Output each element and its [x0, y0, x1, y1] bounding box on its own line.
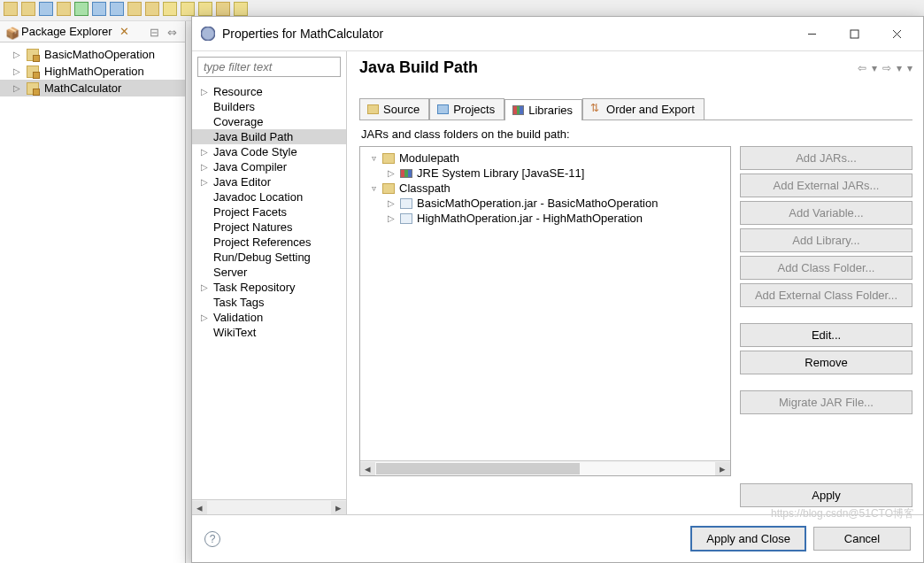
project-item-selected[interactable]: ▷ MathCalculator — [0, 80, 185, 96]
toolbar-icon[interactable] — [145, 2, 159, 16]
tree-node-modulepath[interactable]: ▿Modulepath — [360, 150, 730, 166]
scroll-right-icon[interactable]: ▸ — [715, 462, 730, 475]
scroll-right-icon[interactable]: ▸ — [331, 501, 346, 514]
nav-item-coverage[interactable]: Coverage — [192, 114, 346, 129]
forward-drop-icon[interactable]: ▾ — [897, 62, 902, 74]
package-explorer-title: Package Explorer — [21, 25, 112, 38]
nav-item-project-facets[interactable]: Project Facets — [192, 204, 346, 220]
minimize-button[interactable] — [794, 22, 829, 45]
add-external-jars-button[interactable]: Add External JARs... — [740, 174, 912, 197]
toolbar-icon[interactable] — [21, 2, 35, 16]
nav-item-project-natures[interactable]: Project Natures — [192, 220, 346, 235]
nav-item-run-debug[interactable]: Run/Debug Setting — [192, 250, 346, 265]
scroll-left-icon[interactable]: ◂ — [360, 462, 375, 475]
header-nav-icons: ⇦ ▾ ⇨ ▾ ▾ — [858, 62, 912, 74]
project-icon — [27, 66, 39, 78]
eclipse-icon — [201, 27, 215, 41]
toolbar-icon[interactable] — [163, 2, 177, 16]
edit-button[interactable]: Edit... — [740, 323, 912, 347]
library-icon — [512, 105, 524, 115]
tabstrip: Source Projects Libraries Order and Expo… — [359, 98, 912, 120]
add-variable-button[interactable]: Add Variable... — [740, 201, 912, 225]
tree-node-jre[interactable]: ▷JRE System Library [JavaSE-11] — [360, 166, 730, 181]
add-external-class-folder-button[interactable]: Add External Class Folder... — [740, 283, 912, 307]
expand-icon[interactable]: ▷ — [12, 83, 21, 93]
maximize-button[interactable] — [836, 22, 872, 45]
tab-description: JARs and class folders on the build path… — [361, 127, 912, 141]
tab-source[interactable]: Source — [359, 98, 429, 120]
tree-node-jar[interactable]: ▷HighMathOperation.jar - HighMathOperati… — [360, 211, 730, 226]
tab-projects[interactable]: Projects — [429, 98, 504, 120]
svg-rect-1 — [851, 30, 859, 38]
tree-node-jar[interactable]: ▷BasicMathOperation.jar - BasicMathoOper… — [360, 196, 730, 211]
nav-item-task-repository[interactable]: ▷Task Repository — [192, 280, 346, 295]
help-icon[interactable]: ? — [204, 531, 220, 547]
nav-item-project-references[interactable]: Project References — [192, 235, 346, 250]
tab-order-export[interactable]: Order and Export — [582, 98, 705, 120]
toolbar-icon[interactable] — [92, 2, 106, 16]
nav-item-task-tags[interactable]: Task Tags — [192, 295, 346, 310]
project-label: HighMathOperation — [44, 65, 144, 78]
collapse-icon[interactable]: ⊟ — [150, 26, 162, 38]
order-icon — [590, 104, 602, 114]
tab-libraries[interactable]: Libraries — [504, 99, 582, 120]
nav-item-server[interactable]: Server — [192, 265, 346, 280]
toolbar-icon[interactable] — [127, 2, 142, 16]
back-icon[interactable]: ⇦ — [858, 62, 866, 74]
apply-button[interactable]: Apply — [740, 483, 912, 507]
package-explorer-header: 📦 Package Explorer ✕ ⊟ ⇔ — [0, 21, 185, 42]
nav-item-builders[interactable]: Builders — [192, 99, 346, 114]
nav-item-java-code-style[interactable]: ▷Java Code Style — [192, 144, 346, 159]
remove-button[interactable]: Remove — [740, 351, 912, 374]
nav-tree: ▷Resource Builders Coverage Java Build P… — [192, 82, 346, 499]
toolbar-icon[interactable] — [181, 2, 195, 16]
close-button[interactable] — [879, 22, 914, 45]
toolbar-icon[interactable] — [57, 2, 71, 16]
libraries-tree[interactable]: ▿Modulepath ▷JRE System Library [JavaSE-… — [359, 146, 731, 476]
toolbar-icon[interactable] — [198, 2, 212, 16]
nav-item-java-build-path[interactable]: Java Build Path — [192, 129, 346, 144]
toolbar-icon[interactable] — [110, 2, 124, 16]
nav-item-wikitext[interactable]: WikiText — [192, 325, 346, 340]
package-tree: ▷ BasicMathoOperation ▷ HighMathOperatio… — [0, 42, 185, 100]
nav-item-java-editor[interactable]: ▷Java Editor — [192, 174, 346, 189]
project-item[interactable]: ▷ BasicMathoOperation — [0, 46, 185, 63]
library-icon — [400, 169, 412, 178]
menu-drop-icon[interactable]: ▾ — [907, 62, 912, 74]
migrate-jar-button[interactable]: Migrate JAR File... — [740, 390, 912, 414]
add-class-folder-button[interactable]: Add Class Folder... — [740, 256, 912, 280]
filter-input[interactable] — [197, 57, 341, 77]
scroll-left-icon[interactable]: ◂ — [192, 501, 207, 514]
project-item[interactable]: ▷ HighMathOperation — [0, 63, 185, 80]
nav-item-resource[interactable]: ▷Resource — [192, 84, 346, 99]
nav-item-java-compiler[interactable]: ▷Java Compiler — [192, 159, 346, 174]
add-library-button[interactable]: Add Library... — [740, 228, 912, 252]
nav-hscrollbar[interactable]: ◂ ▸ — [192, 499, 346, 514]
dialog-content: Java Build Path ⇦ ▾ ⇨ ▾ ▾ Source Project… — [347, 51, 923, 514]
nav-item-validation[interactable]: ▷Validation — [192, 310, 346, 325]
apply-and-close-button[interactable]: Apply and Close — [690, 526, 806, 551]
toolbar-icon[interactable] — [4, 2, 18, 16]
pin-icon[interactable]: ✕ — [119, 25, 129, 38]
link-icon[interactable]: ⇔ — [167, 26, 180, 38]
expand-icon[interactable]: ▷ — [12, 50, 21, 59]
cancel-button[interactable]: Cancel — [813, 527, 911, 551]
nav-item-javadoc-location[interactable]: Javadoc Location — [192, 189, 346, 204]
tree-hscrollbar[interactable]: ◂ ▸ — [360, 460, 730, 475]
dialog-nav-panel: ▷Resource Builders Coverage Java Build P… — [192, 51, 347, 514]
toolbar-icon[interactable] — [234, 2, 248, 16]
module-icon — [382, 153, 395, 164]
back-drop-icon[interactable]: ▾ — [872, 62, 877, 74]
forward-icon[interactable]: ⇨ — [882, 62, 891, 74]
add-jars-button[interactable]: Add JARs... — [740, 146, 912, 170]
jar-icon — [400, 198, 412, 209]
jar-icon — [400, 213, 412, 224]
tree-node-classpath[interactable]: ▿Classpath — [360, 181, 730, 196]
toolbar-icon[interactable] — [74, 2, 89, 16]
expand-icon[interactable]: ▷ — [12, 66, 21, 76]
dialog-title: Properties for MathCalculator — [222, 27, 787, 41]
toolbar-icon[interactable] — [39, 2, 53, 16]
project-icon — [27, 49, 39, 61]
folder-icon — [367, 104, 379, 114]
toolbar-icon[interactable] — [216, 2, 230, 16]
